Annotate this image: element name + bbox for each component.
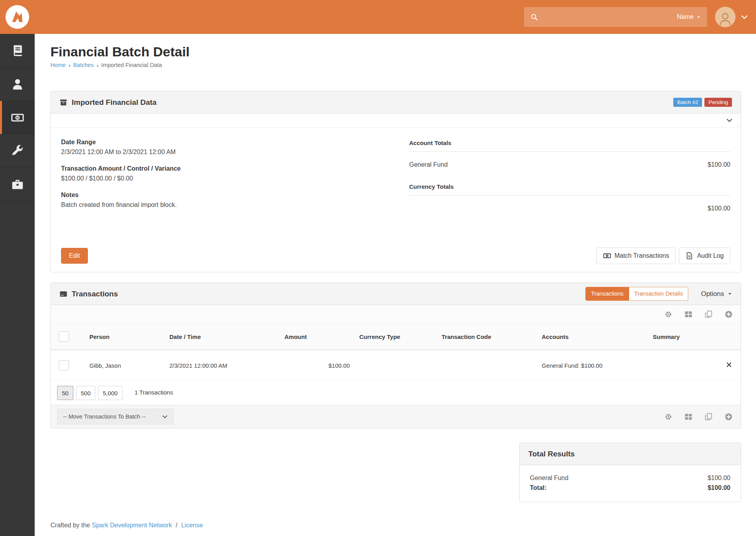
copy-icon[interactable] <box>704 310 713 318</box>
field-amount-control-variance: Transaction Amount / Control / Variance … <box>61 165 409 182</box>
cell-person: Gibb, Jason <box>85 350 165 381</box>
table-icon[interactable] <box>684 310 693 318</box>
batch-panel-body: Date Range 2/3/2021 12:00 AM to 2/3/2021… <box>51 128 741 248</box>
status-badge: Pending <box>704 98 732 107</box>
total-results-panel: Total Results General Fund $100.00 Total… <box>519 443 741 502</box>
person-silhouette-icon <box>717 11 733 26</box>
breadcrumb-separator: › <box>69 62 71 68</box>
table-row[interactable]: Gibb, Jason 2/3/2021 12:00:00 AM $100.00… <box>51 350 741 381</box>
field-value: Batch created from financial import bloc… <box>61 201 409 208</box>
license-link[interactable]: License <box>181 522 203 529</box>
breadcrumb-batches-link[interactable]: Batches <box>73 62 94 68</box>
grid-footer: -- Move Transactions To Batch -- <box>51 405 741 428</box>
row-checkbox[interactable] <box>59 360 69 370</box>
cell-accounts: General Fund: $100.00 <box>538 350 649 381</box>
delete-row-icon[interactable] <box>726 362 732 368</box>
match-transactions-label: Match Transactions <box>615 252 669 259</box>
table-icon[interactable] <box>684 413 693 421</box>
field-value: $100.00 / $100.00 / $0.00 <box>61 175 409 182</box>
match-transactions-button[interactable]: Match Transactions <box>596 248 676 264</box>
file-icon <box>685 252 693 260</box>
wrench-icon <box>11 145 24 158</box>
column-amount[interactable]: Amount <box>280 324 355 350</box>
select-all-checkbox[interactable] <box>59 331 69 342</box>
total-results-account: General Fund <box>530 475 568 482</box>
batch-panel-actions: Edit Match Transactions Audit Log <box>51 248 741 272</box>
view-toggle-group: Transactions Transaction Details <box>585 287 688 301</box>
column-date-time[interactable]: Date / Time <box>165 324 280 350</box>
add-circle-icon[interactable] <box>724 413 733 421</box>
main-content: Financial Batch Detail Home › Batches › … <box>35 34 756 536</box>
total-value: $100.00 <box>708 484 730 491</box>
toggle-transaction-details[interactable]: Transaction Details <box>629 287 689 301</box>
grid-toolbar <box>51 305 741 324</box>
options-dropdown[interactable]: Options <box>701 290 732 298</box>
transactions-panel-header: Transactions Transactions Transaction De… <box>51 283 741 305</box>
rock-logo-icon[interactable] <box>6 5 29 29</box>
search-type-dropdown[interactable]: Name <box>677 13 701 20</box>
breadcrumb-separator: › <box>97 62 98 68</box>
sidebar-nav <box>0 34 35 536</box>
site-footer: Crafted by the Spark Development Network… <box>50 522 741 529</box>
spark-network-link[interactable]: Spark Development Network <box>92 522 172 529</box>
grid-header-row: Person Date / Time Amount Currency Type … <box>51 324 741 350</box>
toggle-transactions[interactable]: Transactions <box>585 287 629 301</box>
field-label: Transaction Amount / Control / Variance <box>61 165 409 172</box>
cell-amount: $100.00 <box>280 350 355 381</box>
chevron-down-icon <box>162 414 168 420</box>
field-notes: Notes Batch created from financial impor… <box>61 192 409 208</box>
total-results-amount: $100.00 <box>708 475 730 482</box>
copy-icon[interactable] <box>704 413 713 421</box>
footer-text: Crafted by the <box>50 522 90 529</box>
page-size-50[interactable]: 50 <box>57 386 73 400</box>
transactions-grid: Person Date / Time Amount Currency Type … <box>51 324 741 381</box>
top-bar: Name <box>0 0 756 34</box>
column-actions <box>714 324 741 350</box>
column-person[interactable]: Person <box>85 324 165 350</box>
sidebar-item-finance[interactable] <box>0 101 35 134</box>
batch-panel-collapse-strip <box>51 114 741 128</box>
audit-log-button[interactable]: Audit Log <box>679 248 730 264</box>
search-type-label: Name <box>677 13 694 20</box>
batch-panel-header: Imported Financial Data Batch #2 Pending <box>51 91 741 114</box>
cell-date-time: 2/3/2021 12:00:00 AM <box>165 350 280 381</box>
transactions-count: 1 Transactions <box>135 386 173 396</box>
page-size-500[interactable]: 500 <box>76 386 95 400</box>
gear-icon[interactable] <box>664 413 672 421</box>
briefcase-icon <box>11 178 24 191</box>
person-icon <box>11 78 24 91</box>
audit-log-label: Audit Log <box>697 252 724 259</box>
chevron-down-icon[interactable] <box>726 117 733 124</box>
gear-icon[interactable] <box>664 310 672 318</box>
archive-icon <box>59 99 67 106</box>
sidebar-item-admin[interactable] <box>0 168 35 201</box>
transactions-panel: Transactions Transactions Transaction De… <box>50 283 741 428</box>
page-title: Financial Batch Detail <box>50 44 741 60</box>
edit-button[interactable]: Edit <box>61 248 88 264</box>
move-transactions-select[interactable]: -- Move Transactions To Batch -- <box>57 409 174 424</box>
total-results-header: Total Results <box>520 443 741 465</box>
page-size-5000[interactable]: 5,000 <box>98 386 123 400</box>
sidebar-item-tools[interactable] <box>0 134 35 168</box>
user-menu-chevron-icon[interactable] <box>741 13 748 21</box>
account-totals-heading: Account Totals <box>409 140 730 152</box>
currency-totals-section: Currency Totals $100.00 <box>409 183 730 212</box>
column-transaction-code[interactable]: Transaction Code <box>438 324 538 350</box>
options-label: Options <box>701 290 724 298</box>
column-currency-type[interactable]: Currency Type <box>355 324 438 350</box>
column-accounts[interactable]: Accounts <box>538 324 649 350</box>
add-circle-icon[interactable] <box>724 310 733 318</box>
avatar[interactable] <box>715 7 736 27</box>
search-box: Name <box>524 7 707 27</box>
account-totals-section: Account Totals General Fund $100.00 <box>409 140 730 168</box>
cell-summary <box>649 350 714 381</box>
column-summary[interactable]: Summary <box>649 324 714 350</box>
search-icon <box>530 13 539 21</box>
breadcrumb-home-link[interactable]: Home <box>50 62 66 68</box>
cell-transaction-code <box>438 350 538 381</box>
sidebar-item-people[interactable] <box>0 67 35 101</box>
sidebar-item-pages[interactable] <box>0 34 35 67</box>
search-input[interactable] <box>542 13 673 20</box>
batch-number-badge: Batch #2 <box>673 98 702 107</box>
breadcrumb-current: Imported Financial Data <box>101 62 162 68</box>
